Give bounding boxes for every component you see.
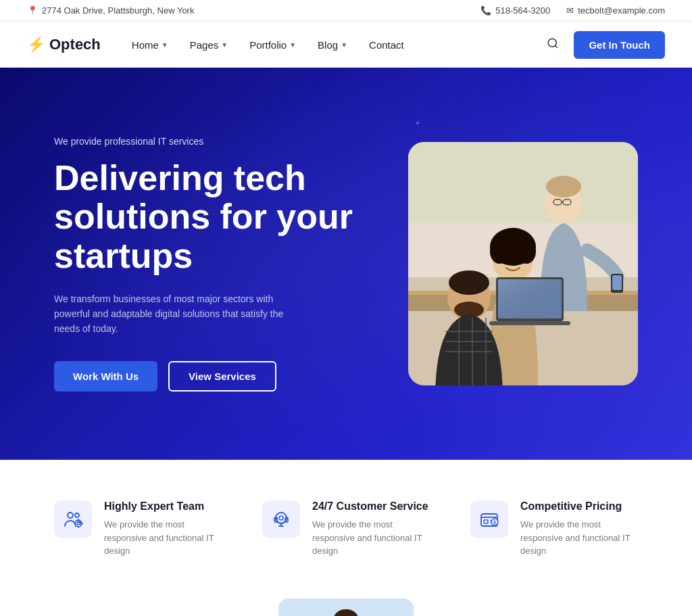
feature-title-service: 24/7 Customer Service — [312, 500, 430, 513]
feature-icon-box-headset — [262, 500, 300, 538]
hero-buttons: Work With Us View Services — [54, 361, 368, 392]
preview-svg — [278, 598, 414, 617]
search-button[interactable] — [543, 33, 563, 57]
logo-text: Optech — [49, 36, 101, 53]
nav-menu: Home ▼ Pages ▼ Portfolio ▼ Blog ▼ Contac… — [122, 34, 543, 56]
svg-rect-24 — [612, 275, 622, 290]
feature-desc-team: We provide the most responsive and funct… — [104, 518, 222, 558]
phone-text: 518-564-3200 — [495, 5, 550, 16]
address-item: 📍 2774 Oak Drive, Plattsburgh, New York — [27, 5, 194, 16]
team-icon — [62, 508, 84, 530]
svg-rect-22 — [489, 321, 570, 325]
address-text: 2774 Oak Drive, Plattsburgh, New York — [42, 5, 194, 16]
svg-point-26 — [75, 513, 79, 517]
feature-customer-service: 24/7 Customer Service We provide the mos… — [262, 500, 430, 558]
feature-text-team: Highly Expert Team We provide the most r… — [104, 500, 222, 558]
svg-rect-4 — [408, 142, 638, 223]
hero-subtitle: We provide professional IT services — [54, 136, 368, 147]
feature-icon-box-team — [54, 500, 92, 538]
email-icon: ✉ — [566, 5, 574, 16]
svg-point-36 — [279, 516, 283, 520]
email-text: tecbolt@example.com — [578, 5, 665, 16]
hero-image — [408, 142, 638, 385]
topbar-left: 📍 2774 Oak Drive, Plattsburgh, New York — [27, 5, 194, 16]
feature-text-pricing: Competitive Pricing We provide the most … — [520, 500, 638, 558]
location-icon: 📍 — [27, 5, 38, 16]
view-services-button[interactable]: View Services — [168, 361, 276, 392]
svg-point-15 — [517, 239, 536, 264]
nav-item-portfolio[interactable]: Portfolio ▼ — [240, 34, 305, 56]
nav-item-home[interactable]: Home ▼ — [122, 34, 178, 56]
hero-description: We transform businesses of most major se… — [54, 291, 311, 337]
get-in-touch-button[interactable]: Get In Touch — [574, 31, 665, 59]
feature-desc-pricing: We provide the most responsive and funct… — [520, 518, 638, 558]
navbar: ⚡ Optech Home ▼ Pages ▼ Portfolio ▼ Blog… — [0, 22, 692, 68]
svg-rect-38 — [484, 520, 488, 523]
phone-icon: 📞 — [480, 5, 491, 16]
hero-decoration: // Generate dots for(let i=0; i<36; i++)… — [416, 122, 476, 124]
chevron-down-icon: ▼ — [289, 41, 296, 49]
bottom-preview — [0, 598, 692, 617]
pricing-icon: $ — [478, 508, 500, 530]
feature-icon-box-pricing: $ — [470, 500, 508, 538]
nav-item-contact[interactable]: Contact — [360, 34, 414, 56]
nav-item-pages[interactable]: Pages ▼ — [180, 34, 237, 56]
chevron-down-icon: ▼ — [341, 41, 347, 49]
feature-desc-service: We provide the most responsive and funct… — [312, 518, 430, 558]
chevron-down-icon: ▼ — [162, 41, 168, 49]
navbar-actions: Get In Touch — [543, 31, 665, 59]
feature-text-service: 24/7 Customer Service We provide the mos… — [312, 500, 430, 558]
bottom-image — [278, 598, 414, 617]
svg-point-0 — [549, 39, 557, 47]
feature-pricing: $ Competitive Pricing We provide the mos… — [470, 500, 638, 558]
logo[interactable]: ⚡ Optech — [27, 36, 101, 53]
hero-title: Delivering tech solutions for your start… — [54, 159, 368, 275]
work-with-us-button[interactable]: Work With Us — [54, 361, 157, 392]
svg-text:$: $ — [493, 520, 496, 525]
hero-image-container — [408, 142, 638, 385]
topbar: 📍 2774 Oak Drive, Plattsburgh, New York … — [0, 0, 692, 22]
headset-icon — [270, 508, 292, 530]
nav-item-blog[interactable]: Blog ▼ — [308, 34, 357, 56]
svg-point-11 — [546, 176, 581, 197]
svg-point-28 — [77, 522, 80, 525]
hero-section: // Generate dots for(let i=0; i<36; i++)… — [0, 68, 692, 460]
phone-item: 📞 518-564-3200 — [480, 5, 550, 16]
svg-line-1 — [555, 45, 558, 47]
team-photo — [408, 142, 638, 385]
features-section: Highly Expert Team We provide the most r… — [0, 460, 692, 598]
feature-title-team: Highly Expert Team — [104, 500, 222, 513]
svg-point-25 — [68, 513, 73, 518]
feature-title-pricing: Competitive Pricing — [520, 500, 638, 513]
svg-point-17 — [449, 270, 489, 295]
chevron-down-icon: ▼ — [221, 41, 228, 49]
svg-rect-21 — [498, 279, 562, 318]
email-item: ✉ tecbolt@example.com — [566, 5, 665, 16]
hero-content: We provide professional IT services Deli… — [54, 136, 368, 392]
svg-point-14 — [490, 239, 509, 264]
logo-icon: ⚡ — [27, 36, 45, 53]
topbar-right: 📞 518-564-3200 ✉ tecbolt@example.com — [480, 5, 665, 16]
search-icon — [547, 37, 559, 49]
feature-expert-team: Highly Expert Team We provide the most r… — [54, 500, 222, 558]
